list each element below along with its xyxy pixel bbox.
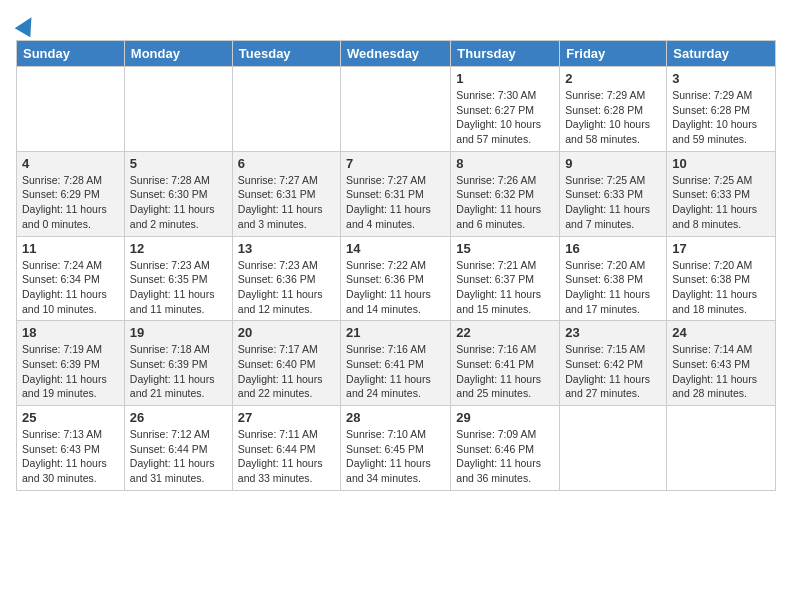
day-number: 23 — [565, 325, 661, 340]
calendar-cell — [667, 406, 776, 491]
day-info: Sunrise: 7:22 AM Sunset: 6:36 PM Dayligh… — [346, 258, 445, 317]
day-number: 26 — [130, 410, 227, 425]
weekday-header-monday: Monday — [124, 41, 232, 67]
calendar-cell: 15Sunrise: 7:21 AM Sunset: 6:37 PM Dayli… — [451, 236, 560, 321]
day-info: Sunrise: 7:11 AM Sunset: 6:44 PM Dayligh… — [238, 427, 335, 486]
weekday-header-wednesday: Wednesday — [341, 41, 451, 67]
calendar-cell: 19Sunrise: 7:18 AM Sunset: 6:39 PM Dayli… — [124, 321, 232, 406]
day-number: 1 — [456, 71, 554, 86]
day-info: Sunrise: 7:16 AM Sunset: 6:41 PM Dayligh… — [346, 342, 445, 401]
day-number: 18 — [22, 325, 119, 340]
calendar-cell: 7Sunrise: 7:27 AM Sunset: 6:31 PM Daylig… — [341, 151, 451, 236]
calendar-cell: 21Sunrise: 7:16 AM Sunset: 6:41 PM Dayli… — [341, 321, 451, 406]
day-info: Sunrise: 7:25 AM Sunset: 6:33 PM Dayligh… — [565, 173, 661, 232]
calendar-cell: 17Sunrise: 7:20 AM Sunset: 6:38 PM Dayli… — [667, 236, 776, 321]
day-info: Sunrise: 7:20 AM Sunset: 6:38 PM Dayligh… — [672, 258, 770, 317]
calendar-week-row: 25Sunrise: 7:13 AM Sunset: 6:43 PM Dayli… — [17, 406, 776, 491]
day-info: Sunrise: 7:29 AM Sunset: 6:28 PM Dayligh… — [565, 88, 661, 147]
calendar-cell: 13Sunrise: 7:23 AM Sunset: 6:36 PM Dayli… — [232, 236, 340, 321]
day-number: 10 — [672, 156, 770, 171]
weekday-header-saturday: Saturday — [667, 41, 776, 67]
calendar-cell: 22Sunrise: 7:16 AM Sunset: 6:41 PM Dayli… — [451, 321, 560, 406]
day-number: 14 — [346, 241, 445, 256]
day-info: Sunrise: 7:24 AM Sunset: 6:34 PM Dayligh… — [22, 258, 119, 317]
calendar-cell — [232, 67, 340, 152]
day-info: Sunrise: 7:27 AM Sunset: 6:31 PM Dayligh… — [346, 173, 445, 232]
day-number: 11 — [22, 241, 119, 256]
day-info: Sunrise: 7:18 AM Sunset: 6:39 PM Dayligh… — [130, 342, 227, 401]
day-number: 13 — [238, 241, 335, 256]
weekday-header-sunday: Sunday — [17, 41, 125, 67]
day-info: Sunrise: 7:10 AM Sunset: 6:45 PM Dayligh… — [346, 427, 445, 486]
calendar-cell: 16Sunrise: 7:20 AM Sunset: 6:38 PM Dayli… — [560, 236, 667, 321]
calendar-cell: 28Sunrise: 7:10 AM Sunset: 6:45 PM Dayli… — [341, 406, 451, 491]
day-info: Sunrise: 7:13 AM Sunset: 6:43 PM Dayligh… — [22, 427, 119, 486]
day-info: Sunrise: 7:25 AM Sunset: 6:33 PM Dayligh… — [672, 173, 770, 232]
day-info: Sunrise: 7:27 AM Sunset: 6:31 PM Dayligh… — [238, 173, 335, 232]
day-number: 8 — [456, 156, 554, 171]
day-number: 19 — [130, 325, 227, 340]
calendar-cell: 26Sunrise: 7:12 AM Sunset: 6:44 PM Dayli… — [124, 406, 232, 491]
calendar-cell — [341, 67, 451, 152]
calendar-cell: 4Sunrise: 7:28 AM Sunset: 6:29 PM Daylig… — [17, 151, 125, 236]
logo — [16, 16, 36, 30]
day-number: 2 — [565, 71, 661, 86]
page-header — [16, 16, 776, 30]
calendar-week-row: 1Sunrise: 7:30 AM Sunset: 6:27 PM Daylig… — [17, 67, 776, 152]
calendar-cell: 25Sunrise: 7:13 AM Sunset: 6:43 PM Dayli… — [17, 406, 125, 491]
day-number: 4 — [22, 156, 119, 171]
day-number: 28 — [346, 410, 445, 425]
day-info: Sunrise: 7:28 AM Sunset: 6:29 PM Dayligh… — [22, 173, 119, 232]
calendar-cell: 2Sunrise: 7:29 AM Sunset: 6:28 PM Daylig… — [560, 67, 667, 152]
calendar-week-row: 11Sunrise: 7:24 AM Sunset: 6:34 PM Dayli… — [17, 236, 776, 321]
day-number: 15 — [456, 241, 554, 256]
calendar-cell: 14Sunrise: 7:22 AM Sunset: 6:36 PM Dayli… — [341, 236, 451, 321]
day-number: 20 — [238, 325, 335, 340]
day-info: Sunrise: 7:30 AM Sunset: 6:27 PM Dayligh… — [456, 88, 554, 147]
day-info: Sunrise: 7:15 AM Sunset: 6:42 PM Dayligh… — [565, 342, 661, 401]
calendar-cell: 23Sunrise: 7:15 AM Sunset: 6:42 PM Dayli… — [560, 321, 667, 406]
day-info: Sunrise: 7:19 AM Sunset: 6:39 PM Dayligh… — [22, 342, 119, 401]
day-number: 9 — [565, 156, 661, 171]
calendar-cell: 11Sunrise: 7:24 AM Sunset: 6:34 PM Dayli… — [17, 236, 125, 321]
calendar-table: SundayMondayTuesdayWednesdayThursdayFrid… — [16, 40, 776, 491]
day-info: Sunrise: 7:21 AM Sunset: 6:37 PM Dayligh… — [456, 258, 554, 317]
day-info: Sunrise: 7:23 AM Sunset: 6:36 PM Dayligh… — [238, 258, 335, 317]
day-number: 25 — [22, 410, 119, 425]
calendar-cell: 1Sunrise: 7:30 AM Sunset: 6:27 PM Daylig… — [451, 67, 560, 152]
day-number: 12 — [130, 241, 227, 256]
day-number: 21 — [346, 325, 445, 340]
calendar-cell: 24Sunrise: 7:14 AM Sunset: 6:43 PM Dayli… — [667, 321, 776, 406]
weekday-header-thursday: Thursday — [451, 41, 560, 67]
day-info: Sunrise: 7:12 AM Sunset: 6:44 PM Dayligh… — [130, 427, 227, 486]
calendar-cell — [124, 67, 232, 152]
day-info: Sunrise: 7:09 AM Sunset: 6:46 PM Dayligh… — [456, 427, 554, 486]
day-number: 16 — [565, 241, 661, 256]
calendar-cell: 9Sunrise: 7:25 AM Sunset: 6:33 PM Daylig… — [560, 151, 667, 236]
day-info: Sunrise: 7:29 AM Sunset: 6:28 PM Dayligh… — [672, 88, 770, 147]
day-info: Sunrise: 7:28 AM Sunset: 6:30 PM Dayligh… — [130, 173, 227, 232]
day-info: Sunrise: 7:16 AM Sunset: 6:41 PM Dayligh… — [456, 342, 554, 401]
calendar-cell: 8Sunrise: 7:26 AM Sunset: 6:32 PM Daylig… — [451, 151, 560, 236]
weekday-header-row: SundayMondayTuesdayWednesdayThursdayFrid… — [17, 41, 776, 67]
calendar-cell — [560, 406, 667, 491]
calendar-cell: 6Sunrise: 7:27 AM Sunset: 6:31 PM Daylig… — [232, 151, 340, 236]
calendar-cell: 29Sunrise: 7:09 AM Sunset: 6:46 PM Dayli… — [451, 406, 560, 491]
weekday-header-tuesday: Tuesday — [232, 41, 340, 67]
day-number: 5 — [130, 156, 227, 171]
day-number: 17 — [672, 241, 770, 256]
calendar-cell: 27Sunrise: 7:11 AM Sunset: 6:44 PM Dayli… — [232, 406, 340, 491]
calendar-cell: 5Sunrise: 7:28 AM Sunset: 6:30 PM Daylig… — [124, 151, 232, 236]
day-number: 3 — [672, 71, 770, 86]
day-info: Sunrise: 7:26 AM Sunset: 6:32 PM Dayligh… — [456, 173, 554, 232]
day-info: Sunrise: 7:23 AM Sunset: 6:35 PM Dayligh… — [130, 258, 227, 317]
calendar-cell — [17, 67, 125, 152]
calendar-cell: 10Sunrise: 7:25 AM Sunset: 6:33 PM Dayli… — [667, 151, 776, 236]
day-info: Sunrise: 7:20 AM Sunset: 6:38 PM Dayligh… — [565, 258, 661, 317]
day-number: 6 — [238, 156, 335, 171]
calendar-cell: 18Sunrise: 7:19 AM Sunset: 6:39 PM Dayli… — [17, 321, 125, 406]
logo-triangle-icon — [15, 13, 40, 38]
day-info: Sunrise: 7:17 AM Sunset: 6:40 PM Dayligh… — [238, 342, 335, 401]
day-info: Sunrise: 7:14 AM Sunset: 6:43 PM Dayligh… — [672, 342, 770, 401]
day-number: 7 — [346, 156, 445, 171]
